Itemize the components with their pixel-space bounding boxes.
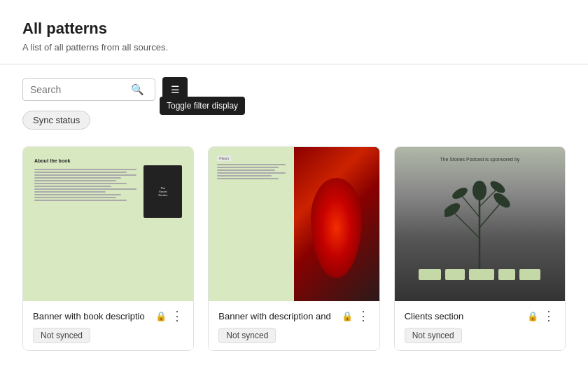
- flower-text-area: Fleurs: [209, 147, 294, 301]
- lock-icon: 🔒: [342, 311, 353, 321]
- text-line: [34, 186, 111, 187]
- text-line: [34, 180, 116, 181]
- book-cover-image: TheSecretGarden: [144, 165, 182, 218]
- text-line: [34, 183, 127, 184]
- lock-icon: 🔒: [155, 311, 167, 321]
- client-logos-row: [395, 269, 565, 280]
- pattern-meta-1: Banner with book descriptio 🔒 ⋮: [33, 310, 183, 322]
- sync-status-badge: Not synced: [33, 328, 90, 343]
- pattern-card: About the book: [22, 146, 194, 351]
- pattern-card-3: The Stories Podcast is sponsored by Clie…: [394, 146, 566, 351]
- pattern-footer-1: Banner with book descriptio 🔒 ⋮ Not sync…: [23, 301, 193, 350]
- text-line: [34, 188, 136, 190]
- clients-section-label: The Stories Podcast is sponsored by: [395, 157, 565, 162]
- more-options-button[interactable]: ⋮: [357, 310, 370, 322]
- client-logo: [419, 269, 441, 280]
- pattern-meta-3: Clients section 🔒 ⋮: [405, 310, 555, 322]
- pattern-preview-2: Fleurs: [209, 147, 379, 301]
- text-line: [217, 175, 272, 176]
- tooltip-filter: Toggle filter display: [160, 97, 245, 115]
- text-line: [217, 164, 286, 165]
- text-line: [34, 191, 106, 193]
- flower-label-badge: Fleurs: [217, 155, 231, 161]
- book-cover-text: TheSecretGarden: [158, 186, 167, 198]
- page-subtitle: A list of all patterns from all sources.: [22, 42, 566, 53]
- search-input[interactable]: [30, 84, 128, 95]
- sync-status-badge: Not synced: [405, 328, 462, 343]
- pattern-name-1: Banner with book descriptio: [33, 311, 155, 321]
- pattern-footer-2: Banner with description and 🔒 ⋮ Not sync…: [209, 301, 379, 350]
- text-line: [34, 200, 127, 201]
- pattern-preview-1: About the book: [23, 147, 193, 301]
- text-line: [34, 174, 136, 176]
- flower-layout: Fleurs: [209, 147, 379, 301]
- more-options-button[interactable]: ⋮: [171, 310, 183, 322]
- text-line: [34, 169, 136, 170]
- book-layout: About the book: [23, 147, 193, 301]
- client-logo: [445, 269, 465, 280]
- pattern-preview-3: The Stories Podcast is sponsored by: [395, 147, 565, 301]
- text-line: [34, 197, 116, 198]
- book-preview-lines: [34, 169, 136, 201]
- text-line: [217, 178, 279, 179]
- lock-icon: 🔒: [527, 311, 538, 321]
- pattern-icons-1: 🔒 ⋮: [155, 310, 183, 322]
- sync-status-badge: Not synced: [218, 328, 276, 343]
- text-line: [217, 167, 279, 168]
- text-line: [34, 194, 121, 195]
- book-text-area: About the book: [34, 158, 136, 201]
- book-preview-title: About the book: [34, 158, 136, 163]
- toolbar: 🔍 ☰ Toggle filter display: [0, 64, 588, 111]
- page-header: All patterns A list of all patterns from…: [0, 0, 588, 64]
- text-line: [34, 177, 121, 179]
- search-wrapper: 🔍: [22, 78, 155, 101]
- sync-status-filter[interactable]: Sync status: [22, 111, 90, 130]
- flower-photo-area: [294, 147, 379, 301]
- page-title: All patterns: [22, 20, 566, 38]
- text-line: [34, 172, 127, 173]
- client-logo: [519, 269, 540, 280]
- filter-row: Sync status: [0, 111, 588, 141]
- client-logo: [498, 269, 515, 280]
- text-line: [217, 169, 275, 171]
- pattern-footer-3: Clients section 🔒 ⋮ Not synced: [395, 301, 565, 350]
- text-line: [217, 172, 286, 174]
- pattern-card-2: Fleurs Banner with: [208, 146, 379, 351]
- pattern-name-2: Banner with description and: [218, 311, 341, 321]
- patterns-grid: About the book: [0, 141, 588, 368]
- pattern-icons-2: 🔒 ⋮: [342, 310, 370, 322]
- flower-text-lines: [217, 164, 286, 179]
- client-logo: [469, 269, 494, 280]
- pattern-icons-3: 🔒 ⋮: [527, 310, 555, 322]
- pattern-name-3: Clients section: [405, 311, 527, 321]
- pattern-meta-2: Banner with description and 🔒 ⋮: [218, 310, 369, 322]
- more-options-button[interactable]: ⋮: [542, 310, 555, 322]
- search-icon: 🔍: [131, 83, 144, 96]
